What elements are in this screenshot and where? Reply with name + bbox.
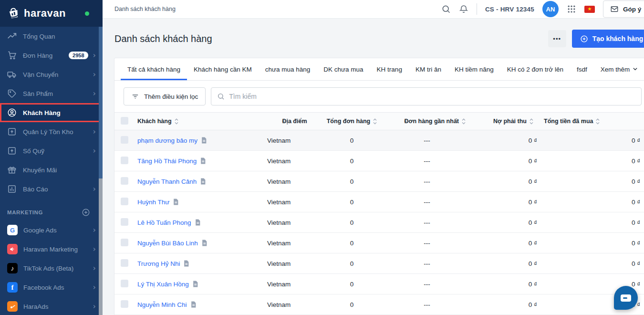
table-row[interactable]: Lê Hồ Tuấn Phong Vietnam 0 --- 0 ₫ 0 ₫ [114, 212, 644, 233]
haravan-logo[interactable]: haravan [7, 6, 66, 21]
row-checkbox[interactable] [121, 259, 128, 267]
tab[interactable]: KH tiềm năng [448, 58, 500, 80]
sidebar-scrollbar[interactable] [99, 27, 103, 315]
tab[interactable]: KH trang [370, 58, 409, 80]
tab[interactable]: KM tri ân [409, 58, 448, 80]
sort-icon[interactable] [596, 118, 600, 125]
customer-link[interactable]: Nguyễn Bùi Bảo Linh [137, 240, 198, 247]
notification-bell-icon[interactable] [459, 4, 468, 14]
sidebar-item[interactable]: Tổng Quan [0, 27, 103, 46]
row-checkbox[interactable] [121, 218, 128, 226]
table-row[interactable]: Nguyễn Minh Chi Vietnam 0 --- 0 ₫ 0 ₫ [114, 294, 644, 315]
row-checkbox[interactable] [121, 157, 128, 164]
search-icon[interactable] [441, 4, 451, 14]
sort-icon[interactable] [530, 118, 533, 125]
topbar: Danh sách khách hàng CS - HRV 12345 AN ★… [103, 0, 644, 19]
marketing-item[interactable]: ♪ TikTok Ads (Beta) › [0, 259, 103, 278]
more-actions-button[interactable]: ••• [548, 30, 566, 47]
sidebar-item[interactable]: Khách Hàng [0, 103, 103, 122]
sort-icon[interactable] [462, 118, 466, 125]
feedback-button[interactable]: Góp ý [603, 0, 644, 18]
total-spent-cell: 0 ₫ [544, 240, 644, 247]
table-row[interactable]: phạm dương bảo my Vietnam 0 --- 0 ₫ 0 ₫ [114, 130, 644, 151]
select-all-checkbox[interactable] [121, 117, 128, 125]
add-channel-icon[interactable] [82, 208, 90, 217]
column-header[interactable]: Tổng tiền đã mua [544, 118, 644, 125]
table-row[interactable]: Tăng Hồ Thái Phong Vietnam 0 --- 0 ₫ 0 ₫ [114, 151, 644, 171]
customer-link[interactable]: Huỳnh Thư [137, 199, 169, 206]
add-filter-button[interactable]: Thêm điều kiện lọc [124, 87, 206, 105]
breadcrumb: Danh sách khách hàng [114, 6, 176, 12]
total-orders-cell: 0 [322, 158, 382, 165]
note-document-icon [200, 158, 206, 164]
customer-link[interactable]: Lý Thị Xuân Hồng [137, 281, 189, 288]
row-checkbox[interactable] [121, 177, 128, 185]
tab[interactable]: Khách hàng cần KM [187, 58, 259, 80]
sidebar-item[interactable]: Số Quỹ › [0, 141, 103, 160]
column-header[interactable]: Nợ phải thu [472, 118, 544, 125]
sidebar-item[interactable]: Đơn Hàng 2958 › [0, 46, 103, 65]
location-cell: Vietnam [267, 301, 322, 308]
online-status-dot [85, 11, 89, 16]
last-order-cell: --- [382, 260, 472, 267]
sidebar-item[interactable]: Quản Lý Tồn Kho › [0, 122, 103, 141]
customer-link[interactable]: Nguyễn Minh Chi [137, 301, 187, 308]
haraads-icon [7, 301, 18, 312]
marketing-item[interactable]: Haravan Marketing › [0, 240, 103, 259]
chevron-right-icon: › [93, 52, 96, 59]
sidebar-item[interactable]: Báo Cáo › [0, 179, 103, 199]
column-header[interactable]: Khách hàng [137, 118, 267, 125]
table-row[interactable]: Lý Thị Xuân Hồng Vietnam 0 --- 0 ₫ 0 ₫ [114, 274, 644, 294]
customer-link[interactable]: Trương Hỷ Nhi [137, 260, 180, 267]
sidebar-item[interactable]: Khuyến Mãi [0, 160, 103, 179]
row-checkbox[interactable] [121, 300, 128, 308]
customer-link[interactable]: Nguyễn Thanh Cảnh [137, 178, 197, 185]
tab[interactable]: chưa mua hàng [259, 58, 317, 80]
chat-widget-button[interactable] [614, 286, 638, 310]
create-customer-button[interactable]: Tạo khách hàng [572, 30, 644, 48]
tab[interactable]: DK chưa mua [317, 58, 370, 80]
sort-icon[interactable] [373, 118, 377, 125]
avatar[interactable]: AN [542, 1, 559, 17]
row-checkbox[interactable] [121, 198, 128, 205]
table-header: Khách hàng Địa điểm Tổng đơn hàng Đơn hà… [114, 112, 644, 130]
tab[interactable]: KH có 2 đơn trở lên [500, 58, 570, 80]
column-header[interactable]: Địa điểm [267, 118, 322, 125]
search-input[interactable] [229, 93, 635, 100]
row-checkbox[interactable] [121, 136, 128, 144]
sidebar-item[interactable]: Sản Phẩm › [0, 84, 103, 103]
column-header[interactable]: Tổng đơn hàng [322, 118, 382, 125]
apps-grid-icon[interactable] [567, 4, 576, 14]
row-checkbox[interactable] [121, 239, 128, 246]
tab[interactable]: fsdf [570, 58, 594, 80]
sidebar-item[interactable]: Vận Chuyển › [0, 65, 103, 84]
sort-icon[interactable] [175, 118, 178, 125]
customer-link[interactable]: Lê Hồ Tuấn Phong [137, 219, 191, 226]
marketing-item[interactable]: f Facebook Ads › [0, 278, 103, 297]
row-checkbox[interactable] [121, 280, 128, 287]
tab[interactable]: Xem thêm [594, 58, 644, 80]
store-code: CS - HRV 12345 [485, 6, 534, 13]
scrollbar-thumb[interactable] [99, 27, 103, 178]
last-order-cell: --- [382, 158, 472, 165]
marketing-item[interactable]: HaraAds › [0, 297, 103, 315]
table-row[interactable]: Trương Hỷ Nhi Vietnam 0 --- 0 ₫ 0 ₫ [114, 253, 644, 274]
total-spent-cell: 0 ₫ [544, 260, 644, 267]
brand-name: haravan [24, 7, 66, 20]
column-header[interactable]: Đơn hàng gần nhất [382, 118, 472, 125]
tab[interactable]: Tất cả khách hàng [121, 58, 187, 80]
shopping-bag-logo-icon [7, 6, 21, 21]
sidebar-menu: Tổng Quan Đơn Hàng 2958 › Vận Chuyển › S… [0, 27, 103, 199]
table-row[interactable]: Huỳnh Thư Vietnam 0 --- 0 ₫ 0 ₫ [114, 192, 644, 212]
customer-link[interactable]: Tăng Hồ Thái Phong [137, 158, 197, 165]
last-order-cell: --- [382, 281, 472, 288]
customer-link[interactable]: phạm dương bảo my [137, 137, 197, 144]
last-order-cell: --- [382, 199, 472, 206]
table-row[interactable]: Nguyễn Bùi Bảo Linh Vietnam 0 --- 0 ₫ 0 … [114, 233, 644, 253]
filter-icon [131, 93, 139, 101]
vietnam-flag-icon[interactable]: ★ [584, 6, 595, 13]
marketing-item[interactable]: G Google Ads › [0, 220, 103, 240]
location-cell: Vietnam [267, 260, 322, 267]
table-row[interactable]: Nguyễn Thanh Cảnh Vietnam 0 --- 0 ₫ 0 ₫ [114, 171, 644, 192]
orders-count-badge: 2958 [69, 52, 88, 59]
